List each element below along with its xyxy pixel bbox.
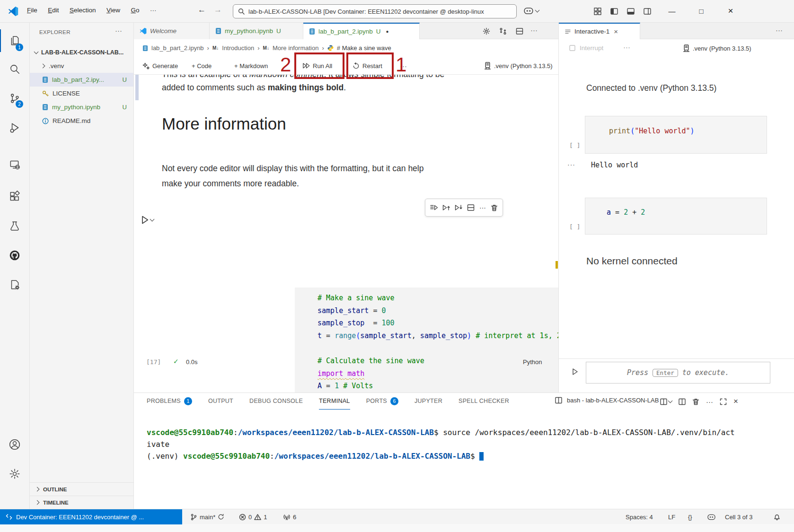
file-row-lab-b-part-2[interactable]: lab_b_part_2.ipy... U [30,73,133,87]
timeline-section[interactable]: TIMELINE [30,496,133,509]
tab-welcome[interactable]: Welcome [134,23,210,39]
menu-more[interactable]: ··· [146,4,161,16]
split-cell-icon[interactable] [467,204,475,211]
run-cell-and-below-icon[interactable] [455,204,462,211]
terminal-tab-item[interactable]: bash - lab-b-ALEX-CASSON-LAB [555,397,659,404]
panel-tab-spell-checker[interactable]: SPELL CHECKER [459,393,509,410]
toggle-primary-sidebar-icon[interactable] [610,8,618,15]
add-code-cell-button[interactable]: + Code [192,57,212,75]
forward-button[interactable]: → [214,5,222,15]
explorer-more-actions[interactable]: ··· [115,26,122,35]
breadcrumb-cell[interactable]: # Make a sine wave [337,44,391,52]
panel-tab-debug-console[interactable]: DEBUG CONSOLE [249,393,303,410]
split-terminal-button[interactable] [660,398,672,405]
command-center-search[interactable]: lab-b-ALEX-CASSON-LAB [Dev Container: EE… [233,4,517,18]
breadcrumb-file[interactable]: lab_b_part_2.ipynb [151,44,204,52]
dirty-indicator-dot[interactable]: ● [386,29,389,34]
editor-more-actions[interactable]: ··· [530,26,538,34]
sidebar-item-remote-explorer[interactable] [0,153,29,176]
cell-more-actions[interactable]: ··· [479,204,486,211]
forwarded-ports-status[interactable]: 6 [283,509,296,524]
kernel-picker[interactable]: .venv (Python 3.13.5) [484,57,553,75]
interrupt-button[interactable]: Interrupt [569,44,603,52]
run-input-play-icon[interactable] [571,368,579,375]
add-markdown-cell-button[interactable]: + Markdown [234,57,268,75]
breadcrumb-section[interactable]: More information [273,44,319,52]
menu-go[interactable]: Go [126,4,143,16]
menu-selection[interactable]: Selection [65,4,100,16]
cell-position-status[interactable]: Cell 3 of 3 [725,509,753,524]
copilot-status[interactable] [707,509,716,524]
file-row-readme[interactable]: README.md [30,114,133,128]
file-row-my-python[interactable]: my_python.ipynb U [30,100,133,114]
git-branch-status[interactable]: main* [190,509,224,524]
tab-interactive-1[interactable]: Interactive-1 × [559,23,640,39]
file-row-license[interactable]: LICENSE [30,87,133,100]
split-panel-icon[interactable] [679,398,686,405]
sidebar-item-source-control[interactable]: 2 [0,87,29,110]
tab-my-python[interactable]: my_python.ipynb U [210,23,303,39]
back-button[interactable]: ← [198,5,206,15]
panel-tab-jupyter[interactable]: JUPYTER [415,393,442,410]
breadcrumb-section[interactable]: Introduction [222,44,254,52]
eol-status[interactable]: LF [668,509,675,524]
interactive-kernel-picker[interactable]: .venv (Python 3.13.5) [683,44,751,52]
editor-more-actions[interactable]: ··· [776,26,783,34]
kernel-label: .venv (Python 3.13.5) [494,62,553,70]
menu-file[interactable]: File [23,4,42,16]
panel-actions: ··· × [660,397,738,406]
run-cell-and-above-icon[interactable] [442,204,450,211]
interactive-cell[interactable]: a = 2 + 2 [585,198,767,235]
trash-icon[interactable] [491,204,498,211]
language-braces-status[interactable]: {} [688,509,692,524]
sidebar-item-testing[interactable] [0,215,29,237]
panel-tab-output[interactable]: OUTPUT [208,393,233,410]
cell-language[interactable]: Python [523,358,542,366]
panel-tab-terminal[interactable]: TERMINAL [319,393,350,410]
generate-button[interactable]: Generate [142,57,178,75]
close-tab-icon[interactable]: × [614,27,618,35]
split-editor-icon[interactable] [516,27,523,35]
interactive-more-actions[interactable]: ··· [623,43,630,51]
kill-terminal-trash-icon[interactable] [692,398,699,405]
panel-tab-problems[interactable]: PROBLEMS 1 [147,393,192,410]
sidebar-item-github[interactable] [0,244,29,267]
settings-gear-button[interactable] [0,462,29,485]
copilot-button[interactable] [523,7,539,15]
sidebar-item-dev-container-config[interactable] [0,273,29,296]
panel-more-actions[interactable]: ··· [706,398,713,406]
panel-tab-ports[interactable]: PORTS 6 [366,393,398,410]
interactive-cell[interactable]: print("Hello world") [585,116,767,154]
explorer-root-folder[interactable]: LAB-B-ALEX-CASSON-LAB... [30,45,133,59]
file-label: LICENSE [53,90,80,97]
tab-lab-b-part-2[interactable]: lab_b_part_2.ipynb U ● [303,23,420,39]
close-panel-icon[interactable]: × [733,397,738,406]
minimize-button[interactable]: — [662,3,682,19]
toggle-panel-icon[interactable] [627,8,635,15]
file-row-venv[interactable]: .venv [30,59,133,73]
maximize-panel-icon[interactable] [720,398,727,405]
remote-indicator[interactable]: Dev Container: EEEN11202 devcontainer @ … [0,509,182,524]
output-more-actions[interactable]: ··· [567,161,575,168]
problems-status[interactable]: 0 1 [239,509,267,524]
sidebar-item-extensions[interactable] [0,185,29,208]
customize-layout-icon[interactable] [594,8,601,15]
toggle-secondary-sidebar-icon[interactable] [644,8,651,15]
execute-above-icon[interactable] [430,204,438,211]
outline-section[interactable]: OUTLINE [30,482,133,496]
accounts-button[interactable] [0,433,29,456]
close-window-button[interactable]: × [720,3,741,19]
run-cell-button[interactable] [140,215,154,225]
notifications-bell[interactable] [773,509,781,524]
maximize-button[interactable]: □ [691,3,712,19]
menu-view[interactable]: View [102,4,124,16]
indentation-status[interactable]: Spaces: 4 [626,509,653,524]
interactive-input-box[interactable]: Press Enter to execute. [586,362,770,384]
gear-icon[interactable] [483,27,490,35]
sidebar-item-explorer[interactable]: 1 [0,29,29,52]
sidebar-item-run-debug[interactable] [0,116,29,139]
sidebar-item-search[interactable] [0,58,29,80]
open-changes-icon[interactable] [499,27,507,35]
terminal-output[interactable]: vscode@55c9910ab740:/workspaces/eeen1120… [147,427,735,462]
menu-edit[interactable]: Edit [44,4,63,16]
